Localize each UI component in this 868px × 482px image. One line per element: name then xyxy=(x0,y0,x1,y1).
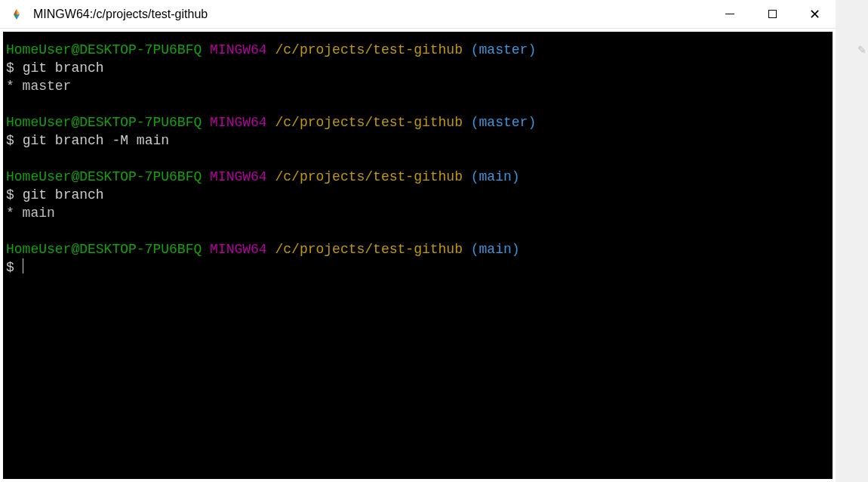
prompt-branch: (master) xyxy=(471,42,536,57)
svg-marker-3 xyxy=(17,14,20,20)
minimize-icon xyxy=(725,14,734,14)
prompt-user-host: HomeUser@DESKTOP-7PU6BFQ xyxy=(6,242,202,257)
prompt-sys: MINGW64 xyxy=(210,169,267,184)
prompt-user-host: HomeUser@DESKTOP-7PU6BFQ xyxy=(6,115,202,130)
maximize-icon xyxy=(768,10,777,18)
prompt-branch: (master) xyxy=(471,115,536,130)
prompt-path: /c/projects/test-github xyxy=(275,169,463,184)
prompt-line: HomeUser@DESKTOP-7PU6BFQ MINGW64 /c/proj… xyxy=(6,168,830,186)
prompt-user-host: HomeUser@DESKTOP-7PU6BFQ xyxy=(6,42,202,57)
prompt-path: /c/projects/test-github xyxy=(275,242,463,257)
prompt-user-host: HomeUser@DESKTOP-7PU6BFQ xyxy=(6,169,202,184)
window-controls: ✕ xyxy=(709,0,836,28)
command-text: git branch -M main xyxy=(23,133,169,148)
command-line: $ git branch -M main xyxy=(6,131,830,150)
close-button[interactable]: ✕ xyxy=(793,0,836,28)
minimize-button[interactable] xyxy=(709,0,751,28)
current-input-line[interactable]: $ xyxy=(6,258,830,277)
prompt-sys: MINGW64 xyxy=(210,115,267,130)
svg-marker-2 xyxy=(14,14,17,20)
prompt-dollar: $ xyxy=(6,133,14,148)
blank-line xyxy=(6,95,830,113)
git-bash-icon xyxy=(11,8,23,20)
cursor-icon xyxy=(23,258,24,273)
blank-line xyxy=(6,150,830,168)
prompt-line: HomeUser@DESKTOP-7PU6BFQ MINGW64 /c/proj… xyxy=(6,41,830,59)
command-text: git branch xyxy=(23,60,104,76)
command-line: $ git branch xyxy=(6,59,830,77)
edit-indicator-icon: ✎ xyxy=(857,44,866,56)
maximize-button[interactable] xyxy=(751,0,793,28)
svg-marker-0 xyxy=(14,9,17,14)
prompt-path: /c/projects/test-github xyxy=(275,115,463,130)
prompt-line: HomeUser@DESKTOP-7PU6BFQ MINGW64 /c/proj… xyxy=(6,240,830,258)
window-title: MINGW64:/c/projects/test-github xyxy=(33,8,709,21)
prompt-dollar: $ xyxy=(6,60,14,76)
command-text: git branch xyxy=(23,187,104,202)
prompt-branch: (main) xyxy=(471,242,520,257)
prompt-sys: MINGW64 xyxy=(210,242,267,257)
prompt-sys: MINGW64 xyxy=(210,42,267,57)
prompt-dollar: $ xyxy=(6,260,14,275)
svg-marker-1 xyxy=(17,9,20,14)
prompt-path: /c/projects/test-github xyxy=(275,42,463,57)
prompt-line: HomeUser@DESKTOP-7PU6BFQ MINGW64 /c/proj… xyxy=(6,113,830,131)
output-line: * main xyxy=(6,204,830,222)
prompt-dollar: $ xyxy=(6,187,14,202)
blank-line xyxy=(6,222,830,240)
output-line: * master xyxy=(6,77,830,95)
command-line: $ git branch xyxy=(6,186,830,204)
app-window: MINGW64:/c/projects/test-github ✕ HomeUs… xyxy=(0,0,836,482)
titlebar[interactable]: MINGW64:/c/projects/test-github ✕ xyxy=(0,0,836,29)
close-icon: ✕ xyxy=(809,8,820,21)
terminal[interactable]: HomeUser@DESKTOP-7PU6BFQ MINGW64 /c/proj… xyxy=(3,32,833,479)
prompt-branch: (main) xyxy=(471,169,520,184)
